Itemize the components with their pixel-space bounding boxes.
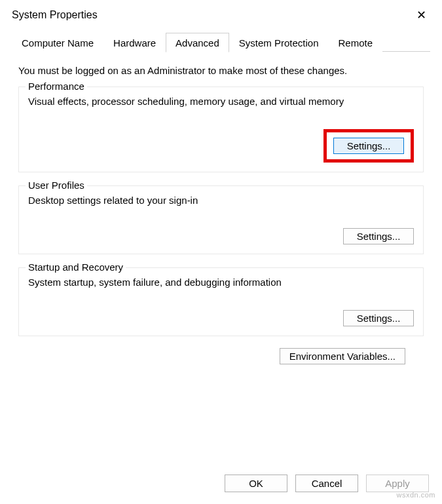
user-profiles-settings-button[interactable]: Settings... xyxy=(343,228,414,244)
cancel-button[interactable]: Cancel xyxy=(295,475,358,492)
performance-settings-button[interactable]: Settings... xyxy=(333,138,404,154)
group-performance-actions: Settings... xyxy=(28,129,414,163)
group-startup-recovery-actions: Settings... xyxy=(28,310,414,326)
env-row: Environment Variables... xyxy=(18,345,424,364)
close-icon[interactable]: ✕ xyxy=(411,5,432,25)
group-user-profiles-actions: Settings... xyxy=(28,228,414,244)
tab-advanced[interactable]: Advanced xyxy=(166,33,229,52)
environment-variables-button[interactable]: Environment Variables... xyxy=(280,348,405,364)
group-performance: Performance Visual effects, processor sc… xyxy=(18,87,424,172)
highlight-performance-settings: Settings... xyxy=(323,129,414,163)
window-title: System Properties xyxy=(12,9,98,21)
tab-system-protection[interactable]: System Protection xyxy=(229,33,329,52)
group-startup-recovery: Startup and Recovery System startup, sys… xyxy=(18,267,424,336)
tab-hardware[interactable]: Hardware xyxy=(103,33,166,52)
tab-remote[interactable]: Remote xyxy=(329,33,383,52)
tab-computer-name[interactable]: Computer Name xyxy=(12,33,103,52)
group-user-profiles-legend: User Profiles xyxy=(26,180,87,191)
tab-panel-advanced: You must be logged on as an Administrato… xyxy=(0,52,442,364)
group-user-profiles-desc: Desktop settings related to your sign-in xyxy=(28,195,414,206)
intro-text: You must be logged on as an Administrato… xyxy=(18,65,424,76)
group-performance-desc: Visual effects, processor scheduling, me… xyxy=(28,96,414,107)
group-startup-recovery-desc: System startup, system failure, and debu… xyxy=(28,277,414,288)
ok-button[interactable]: OK xyxy=(225,475,287,492)
group-user-profiles: User Profiles Desktop settings related t… xyxy=(18,185,424,254)
dialog-footer: OK Cancel Apply xyxy=(225,475,429,492)
startup-recovery-settings-button[interactable]: Settings... xyxy=(343,310,414,326)
tab-strip: Computer Name Hardware Advanced System P… xyxy=(12,33,430,52)
title-bar: System Properties ✕ xyxy=(0,0,442,33)
watermark: wsxdn.com xyxy=(396,491,435,499)
apply-button: Apply xyxy=(366,475,429,492)
group-startup-recovery-legend: Startup and Recovery xyxy=(26,262,126,273)
group-performance-legend: Performance xyxy=(26,81,87,92)
